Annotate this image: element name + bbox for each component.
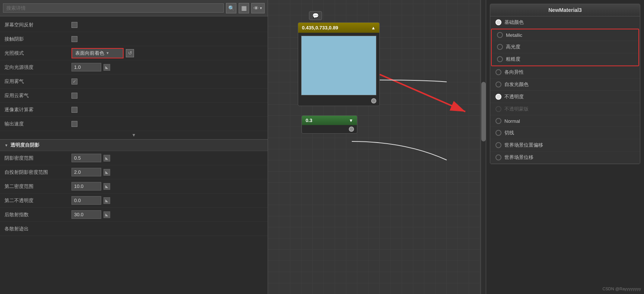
pin-circle-metallic[interactable] [497,32,503,38]
scalar-down-arrow[interactable]: ▼ [349,118,353,123]
color-node-title: 0.435,0.733,0.89 [302,25,338,31]
pin-label-opacity-mask: 不透明蒙版 [504,106,529,112]
prop-label: 阴影密度范围 [4,155,71,162]
pin-label-metallic: Metallic [506,32,522,38]
pin-emissive: 自发光颜色 [490,79,640,91]
pin-base-color: 基础颜色 [490,16,640,29]
prop-value [71,22,263,28]
prop-second-density: 第二密度范围 ◣ [0,179,268,194]
search-button[interactable]: 🔍 [226,3,236,13]
comment-bubble: 💬 [309,11,322,20]
svg-line-1 [380,74,465,112]
pin-circle-world-offset[interactable] [495,142,501,148]
checkbox-apply-fog[interactable] [71,79,77,84]
pin-label-emissive: 自发光颜色 [504,81,529,88]
pin-opacity: 不透明度 [490,91,640,103]
color-node[interactable]: 0.435,0.733,0.89 ▲ [298,22,380,106]
pin-opacity-mask: 不透明蒙版 [490,103,640,115]
checkbox-apply-cloud-fog[interactable] [71,93,77,99]
pin-circle-emissive[interactable] [495,82,501,87]
search-bar: 🔍 ▦ 👁 ▼ [0,0,268,16]
shadow-density-input[interactable] [71,154,101,162]
node-canvas[interactable]: 💬 0.435,0.733,0.89 ▲ 0.3 ▼ [268,0,486,294]
pin-circle-tangent[interactable] [495,130,501,136]
checkbox-screen-reflection[interactable] [71,22,77,28]
pin-circle-specular[interactable] [497,44,503,50]
prop-label: 逐像素计算雾 [4,106,71,113]
pin-anisotropy: 各向异性 [490,66,640,79]
comment-icon: 💬 [312,13,319,19]
pin-label-normal: Normal [504,118,520,124]
pin-circle-roughness[interactable] [497,56,503,62]
second-density-input[interactable] [71,182,101,191]
material-node: NewMaterial3 基础颜色 Metallic 高光度 [490,4,640,164]
section-label: 透明度自阴影 [10,142,39,148]
prop-value: ◣ [71,154,263,162]
grid-view-button[interactable]: ▦ [239,3,249,13]
dir-light-input[interactable] [71,63,101,71]
pin-circle-anisotropy[interactable] [495,69,501,75]
output-pin[interactable] [371,98,376,103]
pin-label-opacity: 不透明度 [504,93,524,100]
prop-value: ◣ [71,196,263,205]
pin-world-position-offset: 世界场景位置偏移 [490,139,640,151]
number-arrow[interactable]: ◣ [103,169,110,176]
pin-label-world-offset: 世界场景位置偏移 [504,142,543,148]
search-input[interactable] [3,3,224,13]
prop-value: ◣ [71,182,263,191]
number-arrow[interactable]: ◣ [103,211,110,218]
prop-per-pixel-fog: 逐像素计算雾 [0,103,268,117]
scroll-thumb[interactable] [481,82,486,141]
material-node-container: NewMaterial3 基础颜色 Metallic 高光度 [486,4,644,164]
prop-label: 光照模式 [4,50,71,57]
prop-scatter-trace: 各散射迹出 [0,222,268,236]
second-opacity-input[interactable] [71,196,101,205]
scalar-output-pin-circle[interactable] [349,127,354,132]
prop-label: 应用云雾气 [4,92,71,99]
pin-circle-base-color[interactable] [495,19,501,25]
scalar-node-header: 0.3 ▼ [302,116,357,125]
prop-screen-reflection: 屏幕空间反射 [0,18,268,32]
prop-label: 接触阴影 [4,36,71,42]
eye-icon: 👁 [254,5,259,11]
material-node-header: NewMaterial3 [490,4,640,16]
collapse-arrow[interactable]: ▼ [0,131,268,139]
pin-circle-opacity[interactable] [495,94,501,100]
prop-label: 各散射迹出 [4,226,71,232]
pin-circle-opacity-mask[interactable] [495,106,501,112]
checkbox-contact-shadow[interactable] [71,36,77,42]
number-arrow[interactable]: ◣ [103,64,110,71]
prop-value: 表面向前着色 ▼ ↺ [71,48,263,58]
backscatter-exp-input[interactable] [71,210,101,219]
prop-second-opacity: 第二不透明度 ◣ [0,194,268,208]
prop-apply-fog: 应用雾气 [0,74,268,89]
pin-circle-world-disp[interactable] [495,154,501,160]
node-up-arrow[interactable]: ▲ [371,25,376,31]
checkbox-per-pixel-fog[interactable] [71,107,77,113]
dropdown-value: 表面向前着色 [75,50,104,57]
number-arrow[interactable]: ◣ [103,197,110,204]
number-arrow[interactable]: ◣ [103,183,110,190]
pin-tangent: 切线 [490,127,640,139]
checkbox-output-speed[interactable] [71,121,77,127]
scalar-node[interactable]: 0.3 ▼ [302,115,357,134]
node-output-pin [298,98,379,106]
prop-output-speed: 输出速度 [0,117,268,131]
prop-value: ◣ [71,168,263,176]
prop-label: 屏幕空间反射 [4,22,71,28]
section-transparency-shadow: ▼ 透明度自阴影 [0,139,268,151]
prop-value [71,121,263,127]
self-shadow-density-input[interactable] [71,168,101,176]
number-arrow[interactable]: ◣ [103,155,110,162]
prop-value: ◣ [71,210,263,219]
pin-label: 基础颜色 [504,19,524,26]
vertical-scrollbar[interactable] [481,0,486,294]
prop-label: 第二不透明度 [4,197,71,204]
reset-button[interactable]: ↺ [126,49,134,57]
chevron-down-icon: ▼ [106,51,109,55]
section-triangle-icon: ▼ [4,143,8,147]
pin-circle-normal[interactable] [495,118,501,124]
prop-contact-shadow: 接触阴影 [0,32,268,46]
lighting-mode-dropdown[interactable]: 表面向前着色 ▼ [71,48,124,58]
eye-button[interactable]: 👁 ▼ [251,3,265,13]
